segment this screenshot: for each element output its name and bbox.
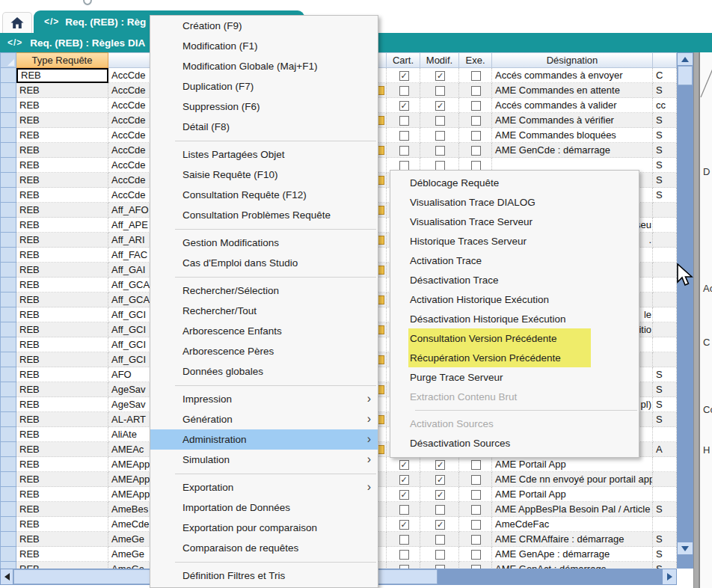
cell-extra[interactable] bbox=[653, 233, 677, 248]
cell-type-requete[interactable]: REB bbox=[16, 412, 108, 427]
cell-type-requete-focused[interactable]: REB bbox=[16, 68, 108, 83]
checkbox-exe[interactable] bbox=[471, 116, 481, 126]
checkbox-cart[interactable]: ✓ bbox=[399, 71, 409, 81]
submenu-item-activation-historique-ex-cution[interactable]: Activation Historique Exécution bbox=[390, 290, 639, 309]
row-selector[interactable] bbox=[0, 307, 16, 322]
menu-item-gestion-modifications[interactable]: Gestion Modifications bbox=[150, 233, 378, 253]
row-selector[interactable] bbox=[0, 382, 16, 397]
cell-extra[interactable]: S bbox=[653, 83, 677, 98]
cell-extra[interactable]: S bbox=[653, 502, 677, 517]
cell-designation[interactable]: AME Commandes en attente bbox=[492, 83, 653, 98]
cell-type-requete[interactable]: REB bbox=[16, 397, 108, 412]
cell-extra[interactable] bbox=[653, 307, 677, 322]
checkbox-cart[interactable] bbox=[399, 131, 409, 141]
cell-extra[interactable]: A bbox=[653, 442, 677, 457]
checkbox-exe[interactable] bbox=[471, 520, 481, 530]
cell-extra[interactable]: S bbox=[653, 143, 677, 158]
menu-item-consultation-requ-te-f12[interactable]: Consultation Requête (F12) bbox=[150, 185, 378, 205]
cell-type-requete[interactable]: REB bbox=[16, 562, 108, 569]
menu-item-administration[interactable]: Administration› bbox=[150, 429, 378, 450]
checkbox-cart[interactable]: ✓ bbox=[399, 490, 409, 500]
cell-type-requete[interactable]: REB bbox=[16, 322, 108, 337]
submenu-item-visualisation-trace-dialog[interactable]: Visualisation Trace DIALOG bbox=[390, 192, 639, 212]
column-header-cart[interactable]: Cart. bbox=[387, 52, 420, 68]
cell-extra[interactable]: cc bbox=[653, 98, 677, 113]
row-selector[interactable] bbox=[0, 128, 16, 143]
checkbox-cart[interactable]: ✓ bbox=[399, 520, 409, 530]
cell-designation[interactable]: AME GenApe : démarrage bbox=[492, 547, 653, 562]
cell-designation[interactable]: AME GenAct : démarrage bbox=[492, 562, 653, 569]
checkbox-exe[interactable] bbox=[471, 490, 481, 500]
cell-extra[interactable] bbox=[653, 218, 677, 233]
checkbox-exe[interactable] bbox=[471, 146, 481, 156]
vertical-scrollbar[interactable] bbox=[677, 52, 693, 569]
row-selector[interactable] bbox=[0, 412, 16, 427]
cell-type-requete[interactable]: REB bbox=[16, 427, 108, 442]
checkbox-modif[interactable]: ✓ bbox=[435, 71, 445, 81]
checkbox-cart[interactable] bbox=[399, 550, 409, 560]
column-header-exe[interactable]: Exe. bbox=[459, 52, 492, 68]
cell-extra[interactable]: S bbox=[653, 367, 677, 382]
home-tab[interactable] bbox=[2, 12, 32, 33]
row-selector[interactable] bbox=[0, 442, 16, 457]
menu-item-consultation-probl-mes-requ-te[interactable]: Consultation Problèmes Requête bbox=[150, 205, 378, 225]
cell-extra[interactable] bbox=[653, 293, 677, 307]
scroll-left-button[interactable] bbox=[0, 569, 13, 585]
cell-extra[interactable]: S bbox=[653, 547, 677, 562]
menu-item-comparaison-de-requ-tes[interactable]: Comparaison de requêtes bbox=[150, 538, 378, 558]
row-selector[interactable] bbox=[0, 233, 16, 248]
checkbox-exe[interactable] bbox=[471, 131, 481, 141]
cell-extra[interactable]: S bbox=[653, 128, 677, 143]
cell-extra[interactable] bbox=[653, 352, 677, 367]
checkbox-modif[interactable]: ✓ bbox=[435, 490, 445, 500]
row-selector[interactable] bbox=[0, 68, 16, 83]
submenu-item-d-sactivation-historique-ex-cution[interactable]: Désactivation Historique Exécution bbox=[390, 309, 639, 328]
menu-item-rechercher-tout[interactable]: Rechercher/Tout bbox=[150, 301, 378, 321]
cell-designation[interactable]: AME Portail App bbox=[492, 457, 653, 472]
checkbox-exe[interactable] bbox=[471, 460, 481, 470]
cell-type-requete[interactable]: REB bbox=[16, 233, 108, 248]
checkbox-cart[interactable] bbox=[399, 505, 409, 515]
cell-extra[interactable]: S bbox=[653, 382, 677, 397]
cell-extra[interactable]: S bbox=[653, 158, 677, 173]
cell-extra[interactable] bbox=[653, 322, 677, 337]
checkbox-cart[interactable] bbox=[399, 535, 409, 545]
cell-type-requete[interactable]: REB bbox=[16, 307, 108, 322]
row-selector[interactable] bbox=[0, 158, 16, 173]
menu-item-d-tail-f8[interactable]: Détail (F8) bbox=[150, 117, 378, 137]
checkbox-modif[interactable]: ✓ bbox=[435, 475, 445, 485]
row-selector[interactable] bbox=[0, 113, 16, 128]
cell-type-requete[interactable]: REB bbox=[16, 173, 108, 188]
vertical-scroll-thumb[interactable] bbox=[678, 66, 693, 85]
checkbox-modif[interactable] bbox=[435, 116, 445, 126]
menu-item-suppression-f6[interactable]: Suppression (F6) bbox=[150, 97, 378, 117]
menu-item-arborescence-enfants[interactable]: Arborescence Enfants bbox=[150, 321, 378, 341]
checkbox-cart[interactable] bbox=[399, 146, 409, 156]
cell-extra[interactable] bbox=[653, 203, 677, 218]
cell-extra[interactable]: C bbox=[653, 68, 677, 83]
submenu-item-activation-trace[interactable]: Activation Trace bbox=[390, 251, 639, 270]
menu-item-importation-de-donn-es[interactable]: Importation de Données bbox=[150, 497, 378, 518]
cell-extra[interactable] bbox=[653, 263, 677, 278]
row-selector[interactable] bbox=[0, 173, 16, 188]
cell-designation[interactable]: AmeCdeFac bbox=[492, 517, 653, 532]
cell-designation[interactable]: AME Portail App bbox=[492, 487, 653, 502]
cell-type-requete[interactable]: REB bbox=[16, 263, 108, 278]
cell-type-requete[interactable]: REB bbox=[16, 98, 108, 113]
cell-extra[interactable]: S bbox=[653, 173, 677, 188]
cell-type-requete[interactable]: REB bbox=[16, 218, 108, 233]
row-selector[interactable] bbox=[0, 457, 16, 472]
cell-type-requete[interactable]: REB bbox=[16, 457, 108, 472]
checkbox-cart[interactable] bbox=[399, 86, 409, 96]
submenu-item-d-sactivation-trace[interactable]: Désactivation Trace bbox=[390, 270, 639, 290]
row-selector[interactable] bbox=[0, 532, 16, 547]
scroll-up-button[interactable] bbox=[677, 52, 693, 66]
cell-type-requete[interactable]: REB bbox=[16, 487, 108, 502]
column-header-type-requ-te[interactable]: Type Requête bbox=[16, 52, 108, 68]
cell-designation[interactable]: AME Commandes à vérifier bbox=[492, 113, 653, 128]
cell-designation[interactable]: Accés commandes à valider bbox=[492, 98, 653, 113]
cell-type-requete[interactable]: REB bbox=[16, 278, 108, 293]
checkbox-exe[interactable] bbox=[471, 535, 481, 545]
submenu-item-historique-traces-serveur[interactable]: Historique Traces Serveur bbox=[390, 231, 639, 251]
menu-item-rechercher-s-lection[interactable]: Rechercher/Sélection bbox=[150, 281, 378, 301]
